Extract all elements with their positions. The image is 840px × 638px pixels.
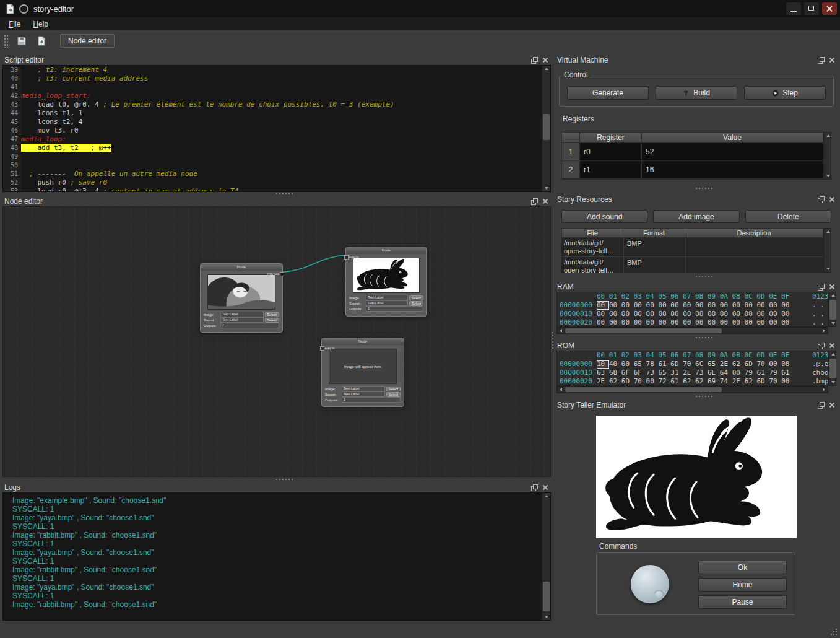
close-panel-icon[interactable]: [542, 56, 549, 64]
registers-scrollbar[interactable]: [823, 132, 831, 180]
select-image-button[interactable]: Select: [265, 312, 279, 317]
close-panel-icon[interactable]: [542, 484, 549, 491]
splitter-handle[interactable]: [555, 394, 838, 399]
scroll-down-icon[interactable]: [542, 185, 550, 191]
register-row[interactable]: 1 r0 52: [561, 143, 831, 161]
hex-bytes[interactable]: 00 00 00 00 00 00 00 00 00 00 00 00 00 0…: [609, 318, 789, 327]
node-connection[interactable]: [282, 255, 345, 272]
add-sound-button[interactable]: Add sound: [561, 210, 647, 223]
node-title[interactable]: Node: [322, 338, 404, 345]
resource-file[interactable]: /mnt/data/git/open-story-tell…: [561, 238, 623, 256]
node-title[interactable]: Node: [346, 247, 426, 254]
maximize-button[interactable]: [804, 2, 819, 15]
column-splitter[interactable]: [550, 55, 555, 621]
add-image-button[interactable]: Add image: [653, 210, 739, 223]
home-button[interactable]: Home: [698, 578, 787, 592]
hex-byte-selected[interactable]: 00: [597, 301, 609, 310]
toolbar-grip[interactable]: [4, 34, 8, 48]
scroll-up-icon[interactable]: [829, 292, 837, 299]
scrollbar-thumb[interactable]: [829, 300, 836, 320]
scroll-down-icon[interactable]: [542, 613, 550, 620]
hex-row[interactable]: 00000020 00 00 00 00 00 00 00 00 00 00 0…: [557, 318, 828, 327]
splitter-handle[interactable]: [555, 274, 838, 279]
resource-format[interactable]: BMP: [623, 238, 685, 256]
scroll-left-icon[interactable]: [557, 328, 565, 334]
node-output-port[interactable]: [280, 272, 284, 276]
menu-help[interactable]: Help: [33, 20, 48, 28]
float-panel-icon[interactable]: [530, 56, 538, 64]
scroll-right-icon[interactable]: [820, 328, 828, 334]
step-button[interactable]: Step: [744, 86, 826, 100]
menu-file[interactable]: File: [9, 20, 20, 28]
splitter-handle[interactable]: [555, 335, 838, 339]
media-node-3[interactable]: Node Play In Image will appear here Imag…: [321, 338, 404, 407]
close-panel-icon[interactable]: [828, 56, 836, 64]
hex-byte-selected[interactable]: 00: [597, 310, 609, 318]
select-sound-button[interactable]: Select: [265, 318, 279, 323]
generate-button[interactable]: Generate: [567, 86, 649, 100]
node-editor-toggle-button[interactable]: Node editor: [60, 34, 115, 48]
resource-file[interactable]: /mnt/data/git/open-story-tell…: [561, 257, 623, 273]
resources-table[interactable]: File Format Description /mnt/data/git/op…: [561, 228, 831, 273]
resource-row[interactable]: /mnt/data/git/open-story-tell… BMP: [561, 238, 831, 257]
register-row[interactable]: 2 r1 16: [561, 161, 831, 179]
node-canvas[interactable]: Node Play Out Image:Test-LabelSelect Sou…: [2, 206, 551, 477]
media-node-1[interactable]: Node Play Out Image:Test-LabelSelect Sou…: [200, 263, 283, 333]
logs-scrollbar[interactable]: [542, 493, 550, 620]
float-panel-icon[interactable]: [530, 198, 538, 205]
ram-horizontal-scrollbar[interactable]: [556, 327, 828, 334]
scroll-up-icon[interactable]: [829, 351, 837, 358]
code-area[interactable]: 39 ; t2: increment 4 40 ; t3: current me…: [3, 66, 542, 191]
command-knob[interactable]: [631, 565, 669, 603]
scroll-up-icon[interactable]: [824, 133, 832, 139]
rom-horizontal-scrollbar[interactable]: [556, 386, 828, 393]
hex-row[interactable]: 00000020 2E 62 6D 70 00 72 61 62 62 69 7…: [557, 377, 828, 386]
scrollbar-thumb[interactable]: [543, 114, 550, 140]
hex-row[interactable]: 00000000 10 40 00 65 78 61 6D 70 6C 65 2…: [557, 360, 828, 369]
select-sound-button[interactable]: Select: [409, 301, 423, 306]
float-panel-icon[interactable]: [817, 196, 825, 203]
scrollbar-thumb[interactable]: [565, 387, 722, 392]
save-button[interactable]: [13, 33, 30, 49]
file-column-header[interactable]: File: [561, 228, 623, 238]
hex-byte-selected[interactable]: 2E: [597, 377, 609, 386]
hex-bytes[interactable]: 68 6F 6F 73 65 31 2E 73 6E 64 00 79 61 7…: [609, 369, 789, 377]
script-editor-scrollbar[interactable]: [542, 66, 550, 191]
close-panel-icon[interactable]: [542, 198, 549, 205]
float-panel-icon[interactable]: [817, 342, 825, 349]
window-resize-grip[interactable]: [836, 634, 837, 635]
ram-hex-view[interactable]: 00 01 02 03 04 05 06 07 08 09 0A 0B 0C 0…: [556, 292, 828, 327]
hex-bytes[interactable]: 62 6D 70 00 72 61 62 62 69 74 2E 62 6D 7…: [609, 377, 789, 386]
hex-bytes[interactable]: 00 00 00 00 00 00 00 00 00 00 00 00 00 0…: [609, 301, 789, 310]
ok-button[interactable]: Ok: [698, 561, 787, 574]
media-node-2[interactable]: Node Play In Image:Test-LabelSelect Soun…: [345, 247, 427, 317]
float-panel-icon[interactable]: [817, 56, 825, 64]
scroll-up-icon[interactable]: [824, 229, 831, 235]
resource-description[interactable]: [685, 238, 823, 256]
scroll-left-icon[interactable]: [557, 387, 565, 393]
ram-vertical-scrollbar[interactable]: [828, 292, 836, 327]
splitter-handle[interactable]: [2, 478, 551, 481]
pause-button[interactable]: Pause: [698, 595, 787, 609]
hex-bytes[interactable]: 00 00 00 00 00 00 00 00 00 00 00 00 00 0…: [609, 310, 789, 318]
format-column-header[interactable]: Format: [623, 228, 685, 238]
scroll-down-icon[interactable]: [824, 265, 831, 272]
hex-byte-selected[interactable]: 10: [597, 360, 609, 369]
rom-vertical-scrollbar[interactable]: [828, 351, 836, 386]
node-input-port[interactable]: [344, 255, 349, 260]
splitter-handle[interactable]: [555, 186, 838, 191]
build-button[interactable]: Build: [656, 86, 737, 100]
hex-byte-selected[interactable]: 00: [597, 318, 609, 327]
close-panel-icon[interactable]: [828, 283, 836, 291]
registers-table[interactable]: Register Value 1 r0 52 2 r1 16: [561, 132, 831, 180]
hex-byte-selected[interactable]: 63: [597, 369, 609, 377]
hex-row[interactable]: 00000010 00 00 00 00 00 00 00 00 00 00 0…: [557, 310, 828, 318]
description-column-header[interactable]: Description: [685, 228, 823, 238]
value-column-header[interactable]: Value: [642, 132, 823, 143]
script-editor[interactable]: 39 ; t2: increment 4 40 ; t3: current me…: [2, 65, 551, 192]
export-button[interactable]: [33, 33, 50, 49]
register-column-header[interactable]: Register: [580, 132, 642, 143]
float-panel-icon[interactable]: [530, 484, 538, 491]
hex-row[interactable]: 00000000 00 00 00 00 00 00 00 00 00 00 0…: [557, 301, 828, 310]
logs-view[interactable]: Image: "example.bmp" , Sound: "choose1.s…: [2, 492, 551, 621]
